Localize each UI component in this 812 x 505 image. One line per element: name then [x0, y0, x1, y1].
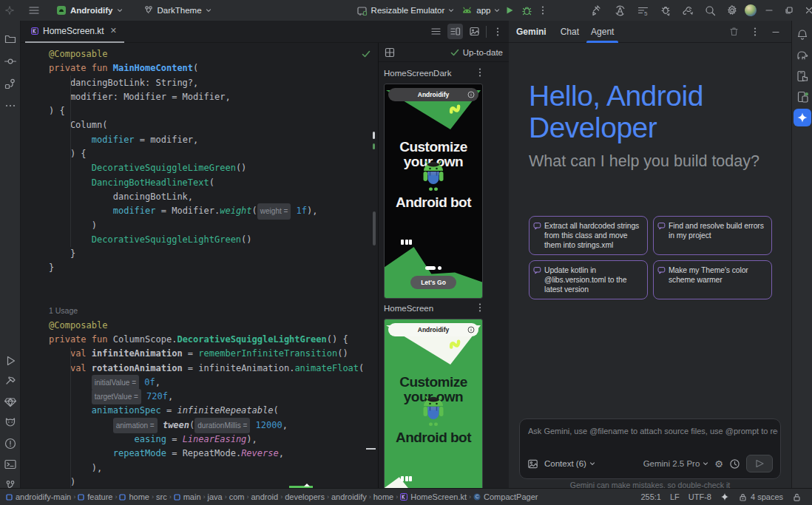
preview-menu-icon[interactable] — [475, 67, 485, 78]
breadcrumb-item[interactable]: androidify-main — [6, 492, 71, 501]
project-tool-button[interactable] — [3, 32, 18, 47]
breadcrumb-item[interactable]: com — [229, 492, 245, 501]
line-ending[interactable]: LF — [670, 492, 680, 501]
suggestion-card[interactable]: Find and resolve build errors in my proj… — [653, 216, 772, 255]
lets-go-button[interactable]: Let's Go — [410, 276, 456, 289]
more-vertical-icon[interactable] — [538, 5, 548, 16]
terminal-tool-button[interactable] — [3, 457, 18, 472]
app-insights-tool-button[interactable] — [3, 394, 18, 409]
debug-bug-icon[interactable] — [521, 5, 532, 16]
debug-button[interactable] — [521, 5, 532, 16]
delete-conversation-icon[interactable] — [728, 26, 740, 37]
code-text[interactable]: @Composableprivate fun MainHomeContent( … — [49, 47, 364, 488]
commit-tool-button[interactable] — [3, 54, 18, 69]
hamburger-menu-icon[interactable] — [28, 4, 40, 16]
task-list-icon[interactable]: 5 — [637, 4, 649, 17]
breadcrumb-item[interactable]: java — [208, 492, 223, 501]
window-maximize-button[interactable] — [784, 5, 794, 16]
gemini-settings-icon[interactable]: ⚙ — [714, 459, 723, 469]
device-selector[interactable]: Resizable Emulator — [356, 5, 455, 16]
caret-position[interactable]: 255:1 — [640, 492, 661, 501]
attach-image-icon[interactable] — [527, 458, 538, 470]
main-menu-button[interactable] — [28, 4, 40, 16]
phone-preview-light[interactable]: Androidify Customize your own Android bo… — [384, 319, 483, 488]
info-icon[interactable] — [467, 326, 475, 333]
history-icon[interactable] — [729, 458, 740, 470]
build-analyzer-button[interactable]: 5 — [637, 4, 649, 17]
apply-changes-icon[interactable] — [614, 4, 626, 17]
breadcrumb-item[interactable]: developers — [285, 492, 325, 501]
settings-button[interactable] — [726, 4, 738, 16]
suggestion-card[interactable]: Make my Theme's color scheme warmer — [653, 260, 772, 299]
gear-icon[interactable] — [726, 4, 738, 16]
structure-tool-button[interactable] — [3, 76, 18, 91]
suggestion-card[interactable]: Extract all hardcoded strings from this … — [529, 216, 648, 255]
run-tool-button[interactable] — [3, 353, 18, 368]
gemini-tool-button[interactable] — [794, 109, 811, 126]
user-avatar[interactable] — [745, 4, 757, 16]
tab-chat[interactable]: Chat — [561, 21, 579, 43]
gradle-tool-button[interactable] — [795, 48, 810, 63]
suggestion-card[interactable]: Update kotlin in @libs.version.toml to t… — [529, 260, 648, 299]
preview-menu-icon[interactable] — [475, 302, 485, 313]
breadcrumb-item[interactable]: src — [156, 492, 167, 501]
breadcrumb-item[interactable]: CCompactPager — [473, 492, 538, 501]
gemini-status-icon[interactable] — [720, 492, 729, 501]
bug-sync-icon[interactable] — [660, 4, 672, 17]
device-explorer-tool-button[interactable] — [795, 69, 810, 84]
send-button[interactable] — [746, 455, 773, 472]
logcat-tool-button[interactable] — [3, 415, 18, 430]
more-actions-button[interactable] — [538, 5, 548, 16]
run-config-selector[interactable]: DarkTheme — [143, 5, 212, 16]
window-minimize-button[interactable] — [764, 5, 774, 16]
editor-scrollbar[interactable] — [373, 211, 376, 245]
inspections-status-icon[interactable] — [361, 49, 371, 59]
breadcrumb-item[interactable]: main — [174, 492, 201, 501]
code-editor[interactable]: @Composableprivate fun MainHomeContent( … — [21, 43, 377, 488]
breadcrumb-item[interactable]: home — [373, 492, 394, 501]
run-button[interactable] — [504, 5, 515, 16]
minimize-icon[interactable] — [764, 5, 774, 16]
breadcrumb-item[interactable]: androidify — [331, 492, 367, 501]
breadcrumb-item[interactable]: home — [119, 492, 149, 501]
split-view-button[interactable] — [447, 24, 463, 39]
tab-close-icon[interactable]: ✕ — [110, 26, 117, 35]
window-close-button[interactable] — [804, 5, 812, 16]
more-tools-button[interactable] — [3, 98, 18, 113]
code-view-button[interactable] — [430, 26, 441, 37]
gemini-input-box[interactable]: Ask Gemini, use @filename to attach sour… — [519, 418, 781, 479]
encoding[interactable]: UTF-8 — [688, 492, 711, 501]
design-view-button[interactable] — [469, 26, 480, 37]
phone-preview-dark[interactable]: Androidify Customize your own Android bo… — [384, 84, 483, 299]
avatar[interactable] — [745, 4, 757, 16]
profiler-icon[interactable] — [591, 4, 603, 17]
gemini-options-icon[interactable] — [750, 27, 760, 37]
model-selector[interactable]: Gemini 2.5 Pro — [643, 459, 709, 468]
indent-setting[interactable]: 4 spaces — [738, 492, 783, 502]
run-play-icon[interactable] — [504, 5, 515, 16]
maximize-icon[interactable] — [784, 5, 794, 16]
breadcrumb-item[interactable]: android — [251, 492, 278, 501]
editor-options-button[interactable] — [493, 27, 503, 37]
running-devices-tool-button[interactable] — [795, 89, 810, 104]
tab-homescreen-kt[interactable]: HomeScreen.kt ✕ — [25, 21, 124, 43]
splitter-handle[interactable] — [366, 448, 376, 450]
hide-panel-icon[interactable] — [771, 27, 781, 37]
readonly-toggle-icon[interactable] — [792, 492, 802, 502]
problems-tool-button[interactable] — [3, 436, 18, 451]
breadcrumb-item[interactable]: HomeScreen.kt — [400, 492, 467, 501]
attach-debugger-button[interactable] — [660, 4, 672, 17]
project-selector[interactable]: Androidify — [56, 5, 123, 16]
breadcrumb-item[interactable]: feature — [78, 492, 112, 501]
wand-icon[interactable] — [4, 5, 15, 16]
notifications-tool-button[interactable] — [795, 27, 810, 42]
info-icon[interactable] — [467, 91, 475, 98]
build-tool-button[interactable] — [3, 374, 18, 389]
search-icon[interactable] — [704, 4, 717, 17]
context-selector[interactable]: Context (6) — [544, 459, 595, 468]
close-icon[interactable] — [804, 5, 812, 16]
search-everywhere-button[interactable] — [704, 4, 717, 17]
profiler-button[interactable] — [591, 4, 603, 17]
module-selector[interactable]: app — [461, 6, 500, 15]
gradle-sync-button[interactable] — [681, 4, 694, 17]
